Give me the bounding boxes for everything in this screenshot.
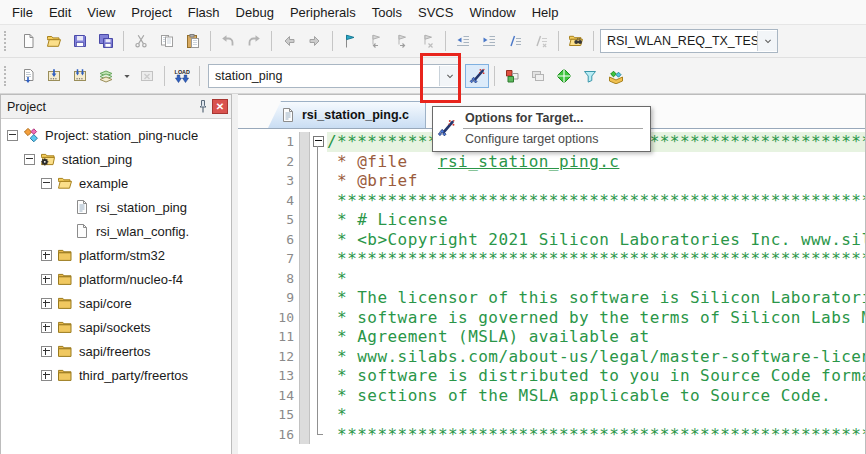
translate-file-button[interactable] <box>16 64 40 88</box>
code-text[interactable]: * The licensor of this software is Silic… <box>327 288 865 308</box>
toolbar-grip[interactable] <box>4 66 11 86</box>
insert-bookmark-button[interactable] <box>338 29 362 53</box>
code-text[interactable]: * sections of the MSLA applicable to Sou… <box>327 386 865 406</box>
redo-button[interactable] <box>242 29 266 53</box>
manage-run-time-environment-button[interactable] <box>552 64 576 88</box>
code-text[interactable]: * software is governed by the terms of S… <box>327 308 865 328</box>
panel-pin-button[interactable] <box>194 98 212 116</box>
code-text[interactable]: * software is distributed to you in Sour… <box>327 366 865 386</box>
tree-item-project-station-ping-nucle[interactable]: Project: station_ping-nucle <box>1 123 231 147</box>
expand-box[interactable] <box>41 250 52 261</box>
stop-build-button[interactable] <box>135 64 159 88</box>
tree-item-third-party-freertos[interactable]: third_party/freertos <box>1 363 231 387</box>
collapse-box[interactable] <box>41 178 52 189</box>
expand-box[interactable] <box>41 298 52 309</box>
comment-selection-button[interactable] <box>503 29 527 53</box>
code-text[interactable]: * @file rsi_station_ping.c <box>327 152 865 172</box>
batch-build-menu-button[interactable] <box>120 64 133 88</box>
menu-item-debug[interactable]: Debug <box>228 2 282 23</box>
menu-item-tools[interactable]: Tools <box>364 2 410 23</box>
tree-item-rsi-wlan-config[interactable]: rsi_wlan_config. <box>1 219 231 243</box>
code-text[interactable]: * www.silabs.com/about-us/legal/master-s… <box>327 347 865 367</box>
paste-button[interactable] <box>181 29 205 53</box>
gutter-band <box>299 288 310 308</box>
code-line-14: 14 * sections of the MSLA applicable to … <box>238 386 865 406</box>
file-extensions-books-environment-button[interactable] <box>500 64 524 88</box>
toolbar-grip[interactable] <box>4 31 11 51</box>
pack-installer-button[interactable] <box>604 64 628 88</box>
previous-bookmark-button[interactable] <box>364 29 388 53</box>
build-button[interactable] <box>42 64 66 88</box>
indent-button[interactable] <box>477 29 501 53</box>
navigate-forward-button[interactable] <box>303 29 327 53</box>
menu-item-project[interactable]: Project <box>123 2 179 23</box>
uncomment-icon <box>533 33 549 49</box>
menu-item-flash[interactable]: Flash <box>180 2 228 23</box>
save-all-button[interactable] <box>94 29 118 53</box>
tree-item-sapi-core[interactable]: sapi/core <box>1 291 231 315</box>
code-text[interactable]: * <box>327 269 865 289</box>
code-view[interactable]: 1/**************************************… <box>238 129 865 454</box>
collapse-box[interactable] <box>24 154 35 165</box>
clear-bookmarks-button[interactable] <box>416 29 440 53</box>
panel-close-button[interactable]: ✕ <box>212 99 228 114</box>
rebuild-all-button[interactable] <box>68 64 92 88</box>
fold-collapse-box[interactable] <box>313 136 324 147</box>
code-text[interactable]: ****************************************… <box>327 191 865 211</box>
expand-box[interactable] <box>41 274 52 285</box>
search-combo-dropdown-button[interactable] <box>757 31 777 51</box>
line-number: 12 <box>238 347 299 367</box>
find-in-files-icon <box>568 33 584 49</box>
code-text[interactable]: * <box>327 405 865 425</box>
tree-item-sapi-freertos[interactable]: sapi/freertos <box>1 339 231 363</box>
bookmark-icon <box>342 33 358 49</box>
code-text[interactable]: * # License <box>327 210 865 230</box>
tree-item-sapi-sockets[interactable]: sapi/sockets <box>1 315 231 339</box>
open-file-button[interactable] <box>42 29 66 53</box>
target-select-combobox[interactable]: station_ping <box>208 64 460 88</box>
find-in-files-button[interactable] <box>564 29 588 53</box>
undo-button[interactable] <box>216 29 240 53</box>
code-text[interactable]: ****************************************… <box>327 249 865 269</box>
toolbar-group <box>15 29 119 53</box>
code-text[interactable]: * Agreement (MSLA) available at <box>327 327 865 347</box>
menu-item-view[interactable]: View <box>79 2 123 23</box>
menu-item-peripherals[interactable]: Peripherals <box>282 2 364 23</box>
menu-item-edit[interactable]: Edit <box>41 2 79 23</box>
editor-tab-rsi-station-ping[interactable]: rsi_station_ping.c <box>268 101 426 128</box>
select-software-packs-button[interactable] <box>578 64 602 88</box>
code-text[interactable]: * @brief <box>327 171 865 191</box>
target-combo-dropdown-button[interactable] <box>439 66 459 86</box>
copy-button[interactable] <box>155 29 179 53</box>
open-file-icon <box>46 33 62 49</box>
cut-button[interactable] <box>129 29 153 53</box>
menu-item-svcs[interactable]: SVCS <box>410 2 461 23</box>
tree-item-example[interactable]: example <box>1 171 231 195</box>
expand-box[interactable] <box>41 346 52 357</box>
batch-build-button[interactable] <box>94 64 118 88</box>
file-plain-icon <box>74 223 91 239</box>
menu-item-help[interactable]: Help <box>524 2 567 23</box>
menu-item-file[interactable]: File <box>4 2 41 23</box>
code-text[interactable]: * <b>Copyright 2021 Silicon Laboratories… <box>327 230 865 250</box>
menu-item-window[interactable]: Window <box>461 2 523 23</box>
collapse-box[interactable] <box>7 130 18 141</box>
new-file-button[interactable] <box>16 29 40 53</box>
unindent-button[interactable] <box>451 29 475 53</box>
search-combobox[interactable]: RSI_WLAN_REQ_TX_TEST. <box>600 29 778 53</box>
manage-multi-project-button[interactable] <box>526 64 550 88</box>
save-button[interactable] <box>68 29 92 53</box>
next-bookmark-button[interactable] <box>390 29 414 53</box>
options-for-target-button[interactable] <box>465 64 489 88</box>
tree-item-platform-stm32[interactable]: platform/stm32 <box>1 243 231 267</box>
fold-margin <box>310 425 327 445</box>
expand-box[interactable] <box>41 322 52 333</box>
uncomment-selection-button[interactable] <box>529 29 553 53</box>
tree-item-rsi-station-ping[interactable]: rsi_station_ping <box>1 195 231 219</box>
tree-item-platform-nucleo-f4[interactable]: platform/nucleo-f4 <box>1 267 231 291</box>
tree-item-station-ping[interactable]: station_ping <box>1 147 231 171</box>
navigate-back-button[interactable] <box>277 29 301 53</box>
download-to-flash-button[interactable]: LOAD <box>170 64 194 88</box>
code-text[interactable]: ****************************************… <box>327 425 865 445</box>
expand-box[interactable] <box>41 370 52 381</box>
